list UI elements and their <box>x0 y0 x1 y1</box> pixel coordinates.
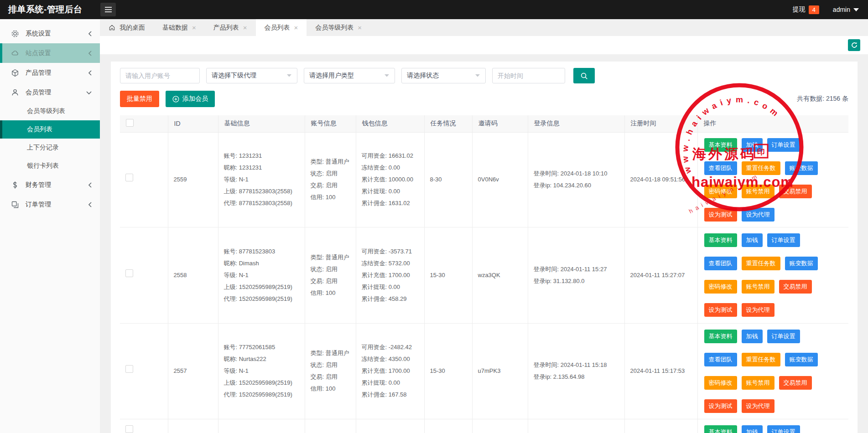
hamburger-icon <box>105 7 112 8</box>
查看团队-button[interactable]: 查看团队 <box>704 353 737 366</box>
add-member-button[interactable]: 添加会员 <box>166 91 215 107</box>
row-checkbox[interactable] <box>125 269 133 277</box>
row-checkbox[interactable] <box>125 425 133 433</box>
batch-disable-button[interactable]: 批量禁用 <box>120 91 159 107</box>
cell-basic-info-line: 等级: N-1 <box>224 365 299 377</box>
sidebar-item-label: 会员管理 <box>26 88 51 97</box>
sidebar-subitem-会员列表[interactable]: 会员列表 <box>0 120 100 139</box>
交易禁用-button[interactable]: 交易禁用 <box>779 376 812 390</box>
refresh-button[interactable] <box>848 39 860 51</box>
tab-close-icon[interactable]: × <box>294 24 298 31</box>
重置任务数-button[interactable]: 重置任务数 <box>742 161 780 175</box>
账变数据-button[interactable]: 账变数据 <box>785 353 818 366</box>
订单设置-button[interactable]: 订单设置 <box>767 425 800 433</box>
基本资料-button[interactable]: 基本资料 <box>704 330 737 343</box>
设为测试-button[interactable]: 设为测试 <box>704 303 737 317</box>
设为测试-button[interactable]: 设为测试 <box>704 399 737 413</box>
sidebar-item-财务管理[interactable]: 财务管理 <box>0 175 100 195</box>
withdraw-link[interactable]: 提现 4 <box>793 5 819 14</box>
status-select-value: 请选择状态 <box>407 72 439 80</box>
row-select-cell <box>120 323 168 419</box>
账号禁用-button[interactable]: 账号禁用 <box>742 280 774 294</box>
tab-close-icon[interactable]: × <box>243 24 247 31</box>
sidebar-item-站点设置[interactable]: 站点设置 <box>0 43 100 63</box>
账变数据-button[interactable]: 账变数据 <box>785 161 818 175</box>
row-checkbox[interactable] <box>125 365 133 373</box>
基本资料-button[interactable]: 基本资料 <box>704 425 737 433</box>
tab-会员等级列表[interactable]: 会员等级列表× <box>307 19 370 36</box>
sidebar-subitem-上下分记录[interactable]: 上下分记录 <box>0 139 100 157</box>
sidebar-item-系统设置[interactable]: 系统设置 <box>0 24 100 43</box>
账变数据-button[interactable]: 账变数据 <box>785 257 818 270</box>
table-row: 2558账号: 87781523803昵称: Dimash等级: N-1上级: … <box>120 227 848 323</box>
cell-id-value: 2559 <box>174 176 187 183</box>
cell-wallet-info-line: 累计佣金: 167.58 <box>362 389 419 401</box>
查看团队-button[interactable]: 查看团队 <box>704 161 737 175</box>
tab-我的桌面[interactable]: 我的桌面 <box>100 19 154 36</box>
查看团队-button[interactable]: 查看团队 <box>704 257 737 270</box>
cell-register-time: 2024-01-11 15:27:07 <box>624 227 697 323</box>
账号禁用-button[interactable]: 账号禁用 <box>742 185 774 198</box>
tab-close-icon[interactable]: × <box>192 24 196 31</box>
sidebar-toggle-button[interactable] <box>100 3 116 16</box>
cell-account-info: 类型: 普通用户状态: 启用交易: 启用信用: 100 <box>305 132 356 227</box>
user-type-select[interactable]: 请选择用户类型 <box>304 68 395 83</box>
tab-会员列表[interactable]: 会员列表× <box>256 19 307 36</box>
cell-account-info-line: 信用: 100 <box>311 191 350 203</box>
基本资料-button[interactable]: 基本资料 <box>704 138 737 152</box>
cell-login-info: 登录时间: 2024-01-18 10:10登录ip: 104.234.20.6… <box>528 132 624 227</box>
基本资料-button[interactable]: 基本资料 <box>704 233 737 247</box>
加钱-button[interactable]: 加钱 <box>742 425 763 433</box>
column-header-ID: ID <box>168 115 218 132</box>
start-time-input[interactable] <box>492 68 565 83</box>
tab-close-icon[interactable]: × <box>358 24 362 31</box>
withdraw-count-badge: 4 <box>809 5 819 14</box>
订单设置-button[interactable]: 订单设置 <box>767 330 800 343</box>
cell-actions: 基本资料加钱订单设置查看团队重置任务数账变数据密码修改账号禁用交易禁用设为测试设… <box>697 132 848 227</box>
agent-select[interactable]: 请选择下级代理 <box>206 68 297 83</box>
密码修改-button[interactable]: 密码修改 <box>704 280 737 294</box>
user-menu[interactable]: admin <box>833 6 859 13</box>
cell-wallet-info-line: 累计提现: 0.00 <box>362 186 419 197</box>
交易禁用-button[interactable]: 交易禁用 <box>779 280 812 294</box>
交易禁用-button[interactable]: 交易禁用 <box>779 185 812 198</box>
设为代理-button[interactable]: 设为代理 <box>742 303 774 317</box>
订单设置-button[interactable]: 订单设置 <box>767 138 800 152</box>
tab-基础数据[interactable]: 基础数据× <box>154 19 205 36</box>
设为测试-button[interactable]: 设为测试 <box>704 208 737 222</box>
cell-actions: 基本资料加钱订单设置查看团队重置任务数账变数据密码修改账号禁用交易禁用设为测试设… <box>697 323 848 419</box>
plus-circle-icon <box>172 96 179 103</box>
cell-account-info-line: 状态: 启用 <box>311 359 350 371</box>
加钱-button[interactable]: 加钱 <box>742 138 763 152</box>
status-select[interactable]: 请选择状态 <box>401 68 486 83</box>
select-all-checkbox[interactable] <box>126 119 134 127</box>
sidebar-item-会员管理[interactable]: 会员管理 <box>0 82 100 102</box>
tab-产品列表[interactable]: 产品列表× <box>205 19 256 36</box>
sidebar-item-产品管理[interactable]: 产品管理 <box>0 63 100 82</box>
column-header-操作: 操作 <box>697 115 848 132</box>
cell-wallet-info: 可用资金: -2482.42冻结资金: 4350.00累计充值: 1700.00… <box>356 323 424 419</box>
search-button[interactable] <box>573 68 595 83</box>
sidebar-subitem-会员等级列表[interactable]: 会员等级列表 <box>0 102 100 120</box>
column-header-基础信息: 基础信息 <box>218 115 305 132</box>
加钱-button[interactable]: 加钱 <box>742 233 763 247</box>
加钱-button[interactable]: 加钱 <box>742 330 763 343</box>
设为代理-button[interactable]: 设为代理 <box>742 208 774 222</box>
密码修改-button[interactable]: 密码修改 <box>704 376 737 390</box>
设为代理-button[interactable]: 设为代理 <box>742 399 774 413</box>
密码修改-button[interactable]: 密码修改 <box>704 185 737 198</box>
sidebar-subitem-银行卡列表[interactable]: 银行卡列表 <box>0 157 100 175</box>
cell-wallet-info-line: 累计充值: 1700.00 <box>362 365 419 377</box>
action-button-row: 设为测试设为代理 <box>704 399 846 413</box>
账号禁用-button[interactable]: 账号禁用 <box>742 376 774 390</box>
cell-task-info <box>424 419 472 433</box>
重置任务数-button[interactable]: 重置任务数 <box>742 257 780 270</box>
重置任务数-button[interactable]: 重置任务数 <box>742 353 780 366</box>
top-bar: 排单系统-管理后台 提现 4 admin <box>0 0 868 19</box>
cube-icon <box>10 68 19 77</box>
row-checkbox[interactable] <box>125 174 133 181</box>
account-search-input[interactable] <box>120 68 200 83</box>
订单设置-button[interactable]: 订单设置 <box>767 233 800 247</box>
sidebar-item-订单管理[interactable]: 订单管理 <box>0 195 100 214</box>
cell-invite-code-value: u7mPK3 <box>478 367 501 374</box>
